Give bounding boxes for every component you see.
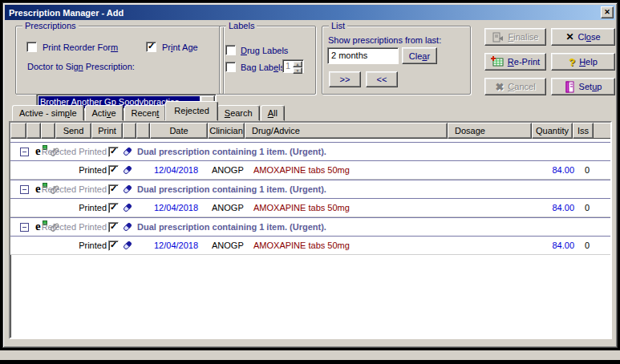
reprint-button[interactable]: Re-Print (484, 53, 546, 71)
column-header-blank[interactable] (123, 123, 136, 139)
checkmark-icon: ✓ (110, 221, 117, 232)
item-date: 12/04/2018 (154, 161, 198, 179)
setup-icon (565, 81, 575, 93)
column-header-dosage[interactable]: Dosage (448, 123, 532, 139)
show-prescriptions-label: Show prescriptions from last: (328, 35, 441, 45)
prescription-list-panel: SendPrintDateClinicianDrug/AdviceDosageQ… (9, 121, 612, 339)
list-group-legend: List (329, 21, 347, 30)
column-header-drug-advice[interactable]: Drug/Advice (245, 123, 448, 139)
bag-labels-checkbox[interactable] (225, 62, 236, 72)
item-quantity: 84.00 (528, 237, 574, 254)
help-button-label: Help (579, 57, 598, 67)
item-date: 12/04/2018 (154, 199, 198, 216)
finalise-button-label: Finalise (509, 32, 539, 42)
capsule-icon (122, 164, 133, 176)
group-status-text: Rejected Printed (41, 218, 107, 236)
doctor-to-sign-label: Doctor to Sign Prescription: (27, 62, 135, 71)
labels-group-legend: Labels (226, 21, 257, 30)
prescription-group-row[interactable]: e Rejected Printed ✓ Dual prescription c… (10, 180, 610, 199)
reprint-icon (491, 56, 504, 67)
tab-all[interactable]: All (261, 105, 285, 121)
window-title: Prescription Manager - Add (9, 8, 124, 18)
tab-recent[interactable]: Recent (124, 105, 167, 121)
capsule-icon (122, 202, 133, 213)
capsule-icon (122, 146, 133, 157)
collapse-minus-icon[interactable] (20, 223, 29, 232)
column-header-blank[interactable] (136, 123, 150, 139)
item-clinician: ANOGP (212, 199, 244, 216)
prescription-item-row[interactable]: Printed ✓ 12/04/2018 ANOGP AMOXAPINE tab… (10, 199, 610, 217)
item-status-text: Printed (41, 237, 107, 254)
bag-labels-spinner[interactable]: 1 ▲ ▼ (282, 59, 304, 73)
item-drug-name: AMOXAPINE tabs 50mg (253, 237, 350, 254)
bag-labels-label: Bag Labels: (241, 63, 287, 72)
row-checkbox[interactable]: ✓ (108, 184, 119, 195)
checkmark-icon: ✓ (110, 202, 117, 212)
checkmark-icon: ✓ (110, 146, 117, 156)
cancel-stamp-icon: ✖ (495, 81, 504, 93)
forward-range-button[interactable]: >> (329, 71, 361, 87)
prescription-item-row[interactable]: Printed ✓ 12/04/2018 ANOGP AMOXAPINE tab… (10, 237, 610, 255)
item-issues: 0 (577, 199, 598, 216)
prescription-group-row[interactable]: e Rejected Printed ✓ Dual prescription c… (10, 142, 610, 161)
column-header-quantity[interactable]: Quantity (532, 123, 573, 139)
drug-labels-label: Drug Labels (241, 46, 288, 55)
back-range-label: << (377, 75, 387, 84)
column-header-blank[interactable] (10, 123, 26, 139)
back-range-button[interactable]: << (366, 71, 398, 87)
print-age-label: Print Age (162, 42, 198, 52)
checkmark-icon: ✓ (110, 240, 117, 250)
drug-labels-checkbox[interactable] (225, 45, 236, 55)
collapse-minus-icon[interactable] (20, 185, 29, 194)
column-header-print[interactable]: Print (91, 123, 123, 139)
close-button[interactable]: ✕ Close (551, 28, 615, 46)
list-group: List Show prescriptions from last: 2 mon… (322, 26, 471, 95)
row-checkbox[interactable]: ✓ (108, 241, 119, 251)
column-header-date[interactable]: Date (150, 123, 208, 139)
setup-button[interactable]: Setup (551, 78, 615, 95)
prescriptions-group: Prescriptions Print Reorder Form ✓ Print… (15, 26, 224, 95)
item-date: 12/04/2018 (154, 237, 198, 254)
collapse-minus-icon[interactable] (20, 148, 29, 156)
print-reorder-checkbox[interactable] (26, 42, 37, 52)
group-status-text: Rejected Printed (41, 180, 107, 198)
tab-rejected[interactable]: Rejected (165, 101, 217, 121)
prescription-item-row[interactable]: Printed ✓ 12/04/2018 ANOGP AMOXAPINE tab… (10, 161, 610, 180)
finalise-button[interactable]: Finalise (484, 28, 546, 46)
title-bar[interactable]: Prescription Manager - Add ✕ (5, 5, 615, 20)
labels-group: Labels Drug Labels Bag Labels: 1 ▲ ▼ (219, 26, 316, 95)
range-input[interactable]: 2 months (327, 47, 399, 64)
help-button[interactable]: ? Help (551, 53, 615, 71)
setup-button-label: Setup (579, 82, 602, 91)
print-age-checkbox[interactable]: ✓ (146, 42, 156, 52)
spinner-up-icon[interactable]: ▲ (293, 61, 302, 67)
prescription-group-row[interactable]: e Rejected Printed ✓ Dual prescription c… (10, 217, 610, 237)
column-header-iss[interactable]: Iss (573, 123, 594, 139)
tab-active[interactable]: Active (85, 105, 124, 121)
spinner-down-icon[interactable]: ▼ (293, 67, 302, 74)
row-checkbox[interactable]: ✓ (108, 165, 119, 176)
checkmark-icon: ✓ (110, 164, 117, 175)
cancel-button[interactable]: ✖ Cancel (484, 78, 546, 95)
tab-strip: Active - simpleActiveRecentRejectedSearc… (12, 100, 286, 121)
close-x-icon: ✕ (565, 31, 573, 42)
checkmark-icon: ✓ (148, 41, 155, 51)
column-header-send[interactable]: Send (55, 123, 91, 139)
tab-search[interactable]: Search (217, 105, 260, 121)
column-header-blank[interactable] (41, 123, 55, 139)
item-clinician: ANOGP (212, 237, 244, 254)
group-status-text: Rejected Printed (41, 143, 107, 160)
background-strip (0, 350, 620, 360)
row-checkbox[interactable]: ✓ (108, 222, 119, 233)
item-clinician: ANOGP (212, 161, 244, 179)
row-checkbox[interactable]: ✓ (108, 203, 119, 213)
item-drug-name: AMOXAPINE tabs 50mg (253, 161, 350, 179)
column-header-blank[interactable] (26, 123, 41, 139)
row-checkbox[interactable]: ✓ (108, 147, 119, 157)
forward-range-label: >> (340, 75, 351, 84)
window-close-button[interactable]: ✕ (601, 6, 614, 18)
column-header-clinician[interactable]: Clinician (208, 123, 245, 139)
clear-button[interactable]: Clear (402, 47, 437, 64)
item-status-text: Printed (41, 199, 107, 216)
tab-active-simple[interactable]: Active - simple (12, 105, 84, 121)
